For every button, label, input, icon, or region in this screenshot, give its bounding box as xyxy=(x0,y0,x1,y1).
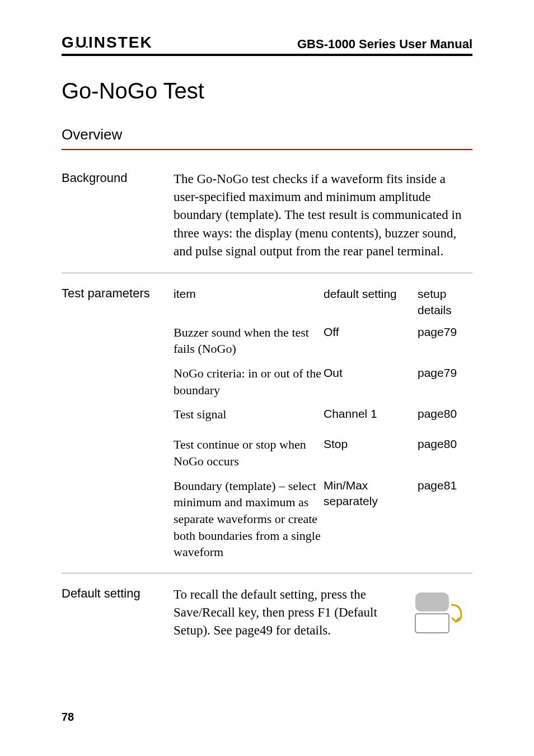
section-title: Go-NoGo Test xyxy=(62,78,472,104)
table-row: NoGo criteria: in or out of the boundary… xyxy=(174,365,472,398)
cell-item: Test signal xyxy=(174,406,324,423)
background-text: The Go-NoGo test checks if a waveform fi… xyxy=(174,170,472,260)
cell-details: page81 xyxy=(418,478,472,561)
background-row: Background The Go-NoGo test checks if a … xyxy=(62,170,472,260)
test-params-label: Test parameters xyxy=(62,286,174,301)
svg-rect-1 xyxy=(415,614,449,633)
page-number: 78 xyxy=(62,711,74,724)
save-recall-key-icon xyxy=(405,586,472,637)
default-setting-label: Default setting xyxy=(62,586,174,601)
head-details: setup details xyxy=(418,286,472,319)
cell-details: page80 xyxy=(418,436,472,469)
default-setting-text: To recall the default setting, press the… xyxy=(174,586,405,640)
manual-title: GBS-1000 Series User Manual xyxy=(297,37,472,52)
cell-item: Boundary (template) – select minimum and… xyxy=(174,478,324,561)
cell-default: Channel 1 xyxy=(324,406,418,423)
page-header: GUINSTEK GBS-1000 Series User Manual xyxy=(62,34,472,52)
cell-details: page80 xyxy=(418,406,472,423)
cell-item: NoGo criteria: in or out of the boundary xyxy=(174,365,324,398)
table-row: Test signal Channel 1 page80 xyxy=(174,406,472,423)
svg-rect-0 xyxy=(415,592,449,612)
cell-default: Min/Max separately xyxy=(324,478,418,561)
cell-item: Buzzer sound when the test fails (NoGo) xyxy=(174,324,324,357)
cell-default: Off xyxy=(324,324,418,357)
divider xyxy=(62,573,472,573)
header-rule xyxy=(62,54,472,56)
cell-item: Test continue or stop when NoGo occurs xyxy=(174,436,324,469)
test-params-row: Test parameters item default setting set… xyxy=(62,286,472,561)
background-label: Background xyxy=(62,170,174,185)
cell-default: Stop xyxy=(324,436,418,469)
table-row: Boundary (template) – select minimum and… xyxy=(174,478,472,561)
table-row: Buzzer sound when the test fails (NoGo) … xyxy=(174,324,472,357)
table-row: Test continue or stop when NoGo occurs S… xyxy=(174,436,472,469)
test-params-table: item default setting setup details Buzze… xyxy=(174,286,472,561)
overview-rule xyxy=(62,149,472,150)
head-default: default setting xyxy=(324,286,418,319)
head-item: item xyxy=(174,286,324,319)
divider xyxy=(62,273,472,273)
default-setting-row: Default setting To recall the default se… xyxy=(62,586,472,640)
table-head: item default setting setup details xyxy=(174,286,472,319)
cell-details: page79 xyxy=(418,324,472,357)
brand-logo: GUINSTEK xyxy=(62,34,153,52)
cell-details: page79 xyxy=(418,365,472,398)
cell-default: Out xyxy=(324,365,418,398)
overview-heading: Overview xyxy=(62,126,472,143)
